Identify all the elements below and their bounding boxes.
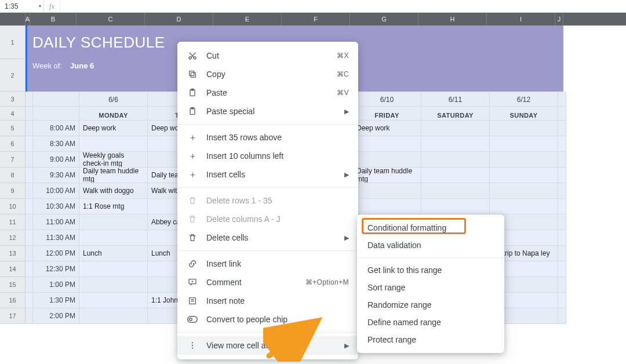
column-header[interactable]: G (350, 13, 418, 26)
schedule-cell[interactable] (558, 230, 566, 246)
schedule-cell[interactable] (26, 136, 33, 152)
schedule-cell[interactable]: Daily team huddle mtg (353, 168, 421, 183)
day-header-date[interactable]: 6/11 (421, 92, 490, 107)
time-cell[interactable]: 11:00 AM (33, 214, 79, 230)
column-header[interactable]: H (418, 13, 487, 26)
time-cell[interactable]: 8:30 AM (33, 136, 79, 152)
name-box[interactable]: 1:35 ▾ (0, 0, 44, 13)
row-header[interactable]: 15 (0, 277, 26, 293)
schedule-cell[interactable] (26, 214, 33, 230)
menu-item-comment[interactable]: Comment ⌘+Option+M (177, 273, 358, 292)
cell[interactable] (558, 92, 566, 107)
submenu-item-randomize-range[interactable]: Randomize range (357, 296, 504, 314)
time-cell[interactable]: 12:00 PM (33, 246, 79, 261)
submenu-item-protect-range[interactable]: Protect range (357, 331, 504, 348)
spacer-cell[interactable] (26, 92, 33, 107)
schedule-cell[interactable] (79, 214, 148, 230)
time-cell[interactable]: 8:00 AM (33, 121, 79, 136)
schedule-cell[interactable] (79, 136, 148, 152)
schedule-cell[interactable]: Deep work (353, 121, 421, 136)
row-header[interactable]: 16 (0, 293, 26, 308)
menu-item-insert-cols[interactable]: ＋ Insert 10 columns left (177, 147, 358, 165)
schedule-cell[interactable] (79, 308, 148, 324)
schedule-cell[interactable] (79, 261, 148, 277)
schedule-cell[interactable] (558, 183, 566, 199)
schedule-cell[interactable]: Lunch (79, 246, 148, 261)
menu-item-cut[interactable]: Cut ⌘X (177, 46, 358, 65)
schedule-cell[interactable] (79, 293, 148, 308)
schedule-cell[interactable] (558, 121, 566, 136)
schedule-cell[interactable] (26, 277, 33, 293)
menu-item-insert-rows[interactable]: ＋ Insert 35 rows above (177, 128, 358, 147)
day-header-dow[interactable]: SATURDAY (421, 107, 490, 121)
schedule-cell[interactable] (421, 183, 490, 199)
formula-input[interactable] (60, 0, 626, 12)
schedule-cell[interactable]: Daily team huddle mtg (79, 168, 148, 183)
row-header[interactable]: 11 (0, 214, 26, 230)
submenu-item-data-validation[interactable]: Data validation (357, 236, 504, 254)
schedule-cell[interactable] (558, 293, 566, 308)
row-header[interactable]: 1 (0, 26, 26, 59)
menu-item-copy[interactable]: Copy ⌘C (177, 65, 358, 83)
schedule-cell[interactable] (421, 136, 490, 152)
menu-item-insert-cells[interactable]: ＋ Insert cells ▶ (177, 165, 358, 184)
time-column-header[interactable] (33, 92, 79, 107)
submenu-item-named-range[interactable]: Define named range (357, 314, 504, 331)
schedule-cell[interactable] (26, 246, 33, 261)
select-all-corner[interactable] (0, 13, 26, 26)
schedule-cell[interactable] (558, 152, 566, 168)
submenu-item-sort-range[interactable]: Sort range (357, 279, 504, 296)
column-header[interactable]: E (213, 13, 282, 26)
column-header[interactable]: D (145, 13, 213, 26)
schedule-cell[interactable] (421, 199, 490, 214)
schedule-cell[interactable] (421, 121, 490, 136)
schedule-cell[interactable] (558, 246, 566, 261)
time-column-header[interactable] (33, 107, 79, 121)
row-header[interactable]: 14 (0, 261, 26, 277)
day-header-date[interactable]: 6/12 (490, 92, 558, 107)
schedule-cell[interactable]: Deep work (79, 121, 148, 136)
schedule-cell[interactable] (558, 136, 566, 152)
schedule-cell[interactable] (421, 168, 490, 183)
time-cell[interactable]: 1:30 PM (33, 293, 79, 308)
schedule-cell[interactable] (353, 136, 421, 152)
column-header[interactable]: J (555, 13, 563, 26)
schedule-cell[interactable] (26, 230, 33, 246)
schedule-cell[interactable] (558, 214, 566, 230)
menu-item-insert-link[interactable]: Insert link (177, 254, 358, 273)
day-header-date[interactable]: 6/6 (79, 92, 148, 107)
column-header[interactable]: F (282, 13, 350, 26)
time-cell[interactable]: 10:30 AM (33, 199, 79, 214)
column-header[interactable]: A (26, 13, 30, 26)
row-header[interactable]: 2 (0, 59, 26, 92)
column-header[interactable]: B (30, 13, 77, 26)
column-header[interactable]: I (487, 13, 555, 26)
schedule-cell[interactable] (26, 199, 33, 214)
schedule-cell[interactable]: 1:1 Rose mtg (79, 199, 148, 214)
row-header[interactable]: 13 (0, 246, 26, 261)
row-header[interactable]: 12 (0, 230, 26, 246)
schedule-cell[interactable] (79, 230, 148, 246)
menu-item-people-chip[interactable]: Convert to people chip (177, 310, 358, 329)
name-box-dropdown-icon[interactable]: ▾ (39, 4, 41, 9)
menu-item-more-actions[interactable]: View more cell actions ▶ (177, 336, 358, 355)
schedule-cell[interactable] (26, 261, 33, 277)
submenu-item-conditional-formatting[interactable]: Conditional formatting (357, 219, 504, 236)
schedule-cell[interactable] (490, 183, 558, 199)
schedule-cell[interactable]: Weekly goals check-in mtg (79, 152, 148, 168)
schedule-cell[interactable] (79, 277, 148, 293)
time-cell[interactable]: 10:00 AM (33, 183, 79, 199)
schedule-cell[interactable] (26, 168, 33, 183)
schedule-cell[interactable] (490, 121, 558, 136)
schedule-cell[interactable] (353, 152, 421, 168)
time-cell[interactable]: 2:00 PM (33, 308, 79, 324)
row-header[interactable]: 4 (0, 107, 26, 121)
menu-item-delete-cells[interactable]: Delete cells ▶ (177, 228, 358, 247)
row-header[interactable]: 6 (0, 136, 26, 152)
schedule-cell[interactable] (421, 152, 490, 168)
day-header-dow[interactable]: MONDAY (79, 107, 148, 121)
schedule-cell[interactable] (26, 183, 33, 199)
schedule-cell[interactable] (558, 168, 566, 183)
day-header-date[interactable]: 6/10 (353, 92, 421, 107)
column-header[interactable]: C (77, 13, 145, 26)
